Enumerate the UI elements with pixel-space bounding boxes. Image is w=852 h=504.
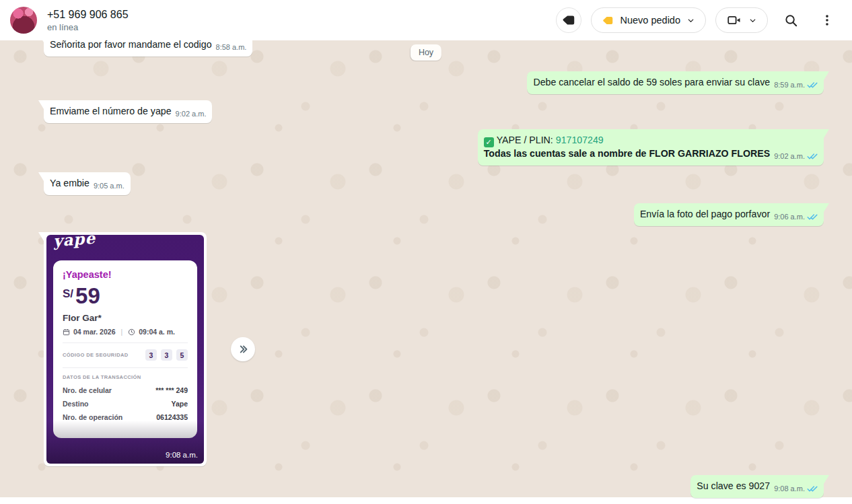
check-emoji: ✓ <box>484 137 494 147</box>
chat-header: +51 969 906 865 en línea Nuevo pedido <box>0 0 852 40</box>
transaction-row: Nro. de operación 06124335 <box>63 412 188 423</box>
security-digit: 5 <box>176 349 188 361</box>
message-row: Emviame el número de yape 9:02 a.m. <box>44 100 824 123</box>
row-value: 06124335 <box>156 412 188 423</box>
message-time: 9:06 a.m. <box>774 211 805 223</box>
read-receipt-icon <box>807 153 818 160</box>
kebab-menu-icon <box>820 13 835 28</box>
whatsapp-window: +51 969 906 865 en línea Nuevo pedido <box>0 0 852 504</box>
separator: | <box>120 328 122 336</box>
chat-messages-panel[interactable]: Hoy Señorita por favor mandame el codigo… <box>0 34 852 497</box>
receipt-card: ¡Yapeaste! S/ 59 Flor Gar* 04 mar. 2026 … <box>53 260 197 438</box>
message-text: Envía la foto del pago porfavor <box>640 208 770 221</box>
row-value: Yape <box>171 398 188 410</box>
outgoing-message[interactable]: Su clave es 9027 9:08 a.m. <box>690 475 824 498</box>
forward-icon <box>236 343 250 356</box>
phone-number-link[interactable]: 917107249 <box>556 135 604 145</box>
security-digit: 3 <box>161 349 172 361</box>
message-row: Envía la foto del pago porfavor 9:06 a.m… <box>44 203 824 226</box>
row-label: Nro. de operación <box>63 412 122 423</box>
calendar-icon <box>63 328 70 336</box>
message-text: YAPE / PLIN: <box>497 135 553 145</box>
message-line-1: ✓YAPE / PLIN: 917107249 <box>484 134 818 147</box>
read-receipt-icon <box>807 213 818 221</box>
date-divider: Hoy <box>411 44 441 61</box>
incoming-message[interactable]: Ya embie 9:05 a.m. <box>44 172 131 195</box>
message-time: 9:08 a.m. <box>774 482 805 495</box>
video-camera-icon <box>726 12 742 28</box>
incoming-image-message[interactable]: yape ¡Yapeaste! S/ 59 Flor Gar* 04 ma <box>44 232 207 466</box>
message-time: 8:58 a.m. <box>216 41 247 54</box>
outgoing-message[interactable]: Debe cancelar el saldo de 59 soles para … <box>527 71 824 94</box>
contact-name: +51 969 906 865 <box>47 7 129 22</box>
clock-icon <box>128 328 135 336</box>
message-row: Ya embie 9:05 a.m. <box>44 172 824 195</box>
menu-button[interactable] <box>814 7 841 34</box>
message-text: Emviame el número de yape <box>50 105 172 118</box>
video-call-button[interactable] <box>715 7 768 33</box>
receipt-title: ¡Yapeaste! <box>63 269 188 280</box>
chevron-down-icon <box>686 16 695 25</box>
new-order-label: Nuevo pedido <box>620 15 681 26</box>
yape-logo: yape <box>52 235 96 250</box>
receipt-time: 09:04 a. m. <box>139 328 175 336</box>
contact-status: en línea <box>47 22 129 34</box>
security-code-row: CÓDIGO DE SEGURIDAD 3 3 5 <box>63 349 188 361</box>
chevron-down-icon <box>748 16 757 25</box>
outgoing-message[interactable]: Envía la foto del pago porfavor 9:06 a.m… <box>634 203 824 226</box>
message-line-2: Todas las cuentas sale a nombre de FLOR … <box>484 147 770 160</box>
receipt-datetime: 04 mar. 2026 | 09:04 a. m. <box>63 328 188 336</box>
message-text: Debe cancelar el saldo de 59 soles para … <box>533 76 770 89</box>
forward-message-button[interactable] <box>231 337 255 361</box>
search-button[interactable] <box>777 7 804 34</box>
row-value: *** *** 249 <box>155 385 188 396</box>
amount-value: 59 <box>75 285 100 307</box>
header-actions: Nuevo pedido <box>556 7 841 34</box>
security-digit: 3 <box>145 349 157 361</box>
message-text: Su clave es 9027 <box>697 480 770 493</box>
message-time: 8:59 a.m. <box>774 79 805 92</box>
message-row: Debe cancelar el saldo de 59 soles para … <box>44 71 824 94</box>
incoming-message[interactable]: Emviame el número de yape 9:02 a.m. <box>44 100 212 123</box>
receipt-date: 04 mar. 2026 <box>73 328 115 336</box>
security-digits: 3 3 5 <box>145 349 188 361</box>
receipt-amount: S/ 59 <box>63 285 188 307</box>
security-code-label: CÓDIGO DE SEGURIDAD <box>63 352 129 358</box>
contact-avatar[interactable] <box>10 7 37 34</box>
outgoing-message[interactable]: ✓YAPE / PLIN: 917107249 Todas las cuenta… <box>478 129 824 166</box>
row-label: Nro. de celular <box>63 385 112 396</box>
transaction-rows: Nro. de celular *** *** 249 Destino Yape… <box>63 385 188 423</box>
message-row: ✓YAPE / PLIN: 917107249 Todas las cuenta… <box>44 129 824 166</box>
new-order-button[interactable]: Nuevo pedido <box>591 7 707 33</box>
message-text: Ya embie <box>50 177 90 190</box>
labels-button[interactable] <box>556 7 581 33</box>
message-time: 9:02 a.m. <box>176 108 207 120</box>
read-receipt-icon <box>807 485 818 493</box>
message-row: Su clave es 9027 9:08 a.m. <box>44 475 824 498</box>
transaction-row: Nro. de celular *** *** 249 <box>63 385 188 396</box>
message-time: 9:02 a.m. <box>774 150 805 163</box>
transaction-data-label: DATOS DE LA TRANSACCIÓN <box>63 374 188 380</box>
yape-receipt-image[interactable]: yape ¡Yapeaste! S/ 59 Flor Gar* 04 ma <box>46 235 204 464</box>
message-time: 9:05 a.m. <box>94 180 125 192</box>
currency-symbol: S/ <box>63 287 73 301</box>
contact-info[interactable]: +51 969 906 865 en línea <box>47 7 129 34</box>
read-receipt-icon <box>807 81 818 89</box>
row-label: Destino <box>63 398 89 410</box>
label-tag-icon <box>561 13 576 28</box>
message-row: yape ¡Yapeaste! S/ 59 Flor Gar* 04 ma <box>44 232 824 466</box>
transaction-row: Destino Yape <box>63 398 188 410</box>
payee-name: Flor Gar* <box>63 313 188 323</box>
order-tag-icon <box>602 14 614 27</box>
image-message-time: 9:08 a.m. <box>166 451 198 459</box>
search-icon <box>783 13 799 28</box>
